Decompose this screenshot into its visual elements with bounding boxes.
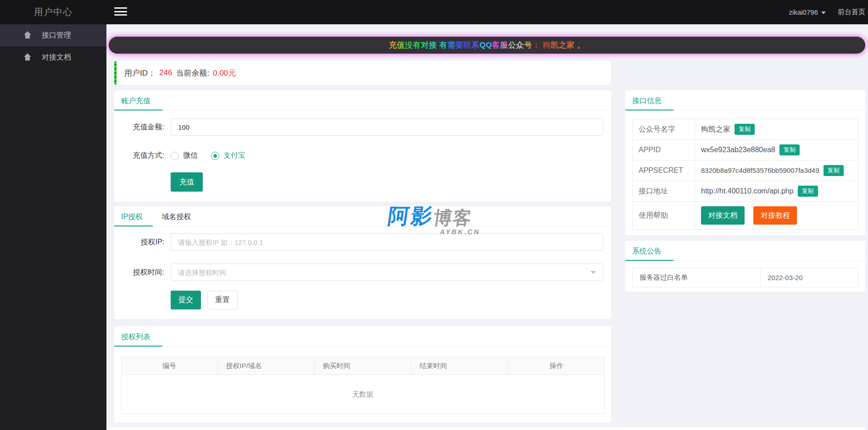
banner-char: 。 bbox=[577, 41, 585, 50]
banner-char: 接 bbox=[429, 41, 437, 50]
column-header: 授权IP/域名 bbox=[217, 357, 314, 375]
topbar-right: zikai0796 前台首页 bbox=[789, 0, 865, 24]
banner-char: 之 bbox=[559, 41, 567, 50]
auth-list-card: 授权列表 编号 授权IP/域名 购买时间 结束时间 操作 无数据 bbox=[114, 326, 611, 423]
banner-char: 要 bbox=[456, 41, 464, 50]
method-label: 充值方式: bbox=[121, 151, 164, 160]
banner-char: 系 bbox=[472, 41, 480, 50]
column-header: 操作 bbox=[508, 357, 604, 375]
banner-char: 凯 bbox=[551, 41, 559, 50]
column-header: 购买时间 bbox=[314, 357, 411, 375]
banner-char: 对 bbox=[421, 41, 429, 50]
table-row: APPSECRET 8320b8a97c4d8f53576bb59007fa3d… bbox=[633, 160, 858, 181]
top-bar: 用户中心 zikai0796 前台首页 bbox=[0, 0, 868, 24]
announcements-card: 系统公告 服务器过白名单 2022-03-20 bbox=[625, 241, 865, 292]
balance-value: 0.00元 bbox=[213, 68, 236, 78]
row-label: APPSECRET bbox=[633, 160, 695, 181]
table-row: 接口地址 http://ht.400110.com/api.php复制 bbox=[633, 181, 858, 202]
column-header: 结束时间 bbox=[411, 357, 508, 375]
auth-ip-label: 授权IP: bbox=[121, 237, 164, 247]
radio-alipay[interactable]: 支付宝 bbox=[211, 151, 245, 160]
copy-button[interactable]: 复制 bbox=[734, 124, 755, 135]
banner-char: 家 bbox=[567, 41, 575, 50]
submit-button[interactable]: 提交 bbox=[171, 291, 201, 309]
account-name-value: 狗凯之家 bbox=[701, 125, 730, 133]
tab-ip-auth[interactable]: IP授权 bbox=[114, 206, 153, 226]
appid-value: wx5e923ab23e880ea8 bbox=[701, 146, 775, 154]
payment-method-group: 微信 支付宝 bbox=[171, 151, 245, 160]
api-info-title: 接口信息 bbox=[625, 90, 673, 110]
authorization-card: IP授权 域名授权 授权IP: 授权时间: 提交 重置 bbox=[114, 206, 611, 319]
banner-char: Q bbox=[486, 41, 492, 50]
user-center-page: 用户中心 zikai0796 前台首页 接口管理 对接文档 充值没有对接 有需要… bbox=[0, 0, 868, 430]
banner-char: 服 bbox=[500, 41, 508, 50]
banner-char: 充 bbox=[389, 41, 397, 50]
empty-text: 无数据 bbox=[121, 375, 604, 414]
sidebar-item-api-management[interactable]: 接口管理 bbox=[0, 24, 106, 46]
banner-char: 值 bbox=[397, 41, 405, 50]
banner-char: 客 bbox=[492, 41, 501, 50]
announcements-table: 服务器过白名单 2022-03-20 bbox=[632, 268, 858, 287]
auth-list-title: 授权列表 bbox=[114, 326, 162, 347]
copy-button[interactable]: 复制 bbox=[798, 186, 818, 197]
row-label: APPID bbox=[633, 140, 695, 160]
recharge-title: 账户充值 bbox=[114, 90, 162, 110]
home-icon bbox=[22, 53, 33, 61]
banner-char: 联 bbox=[463, 41, 472, 50]
announcements-title: 系统公告 bbox=[625, 241, 673, 261]
radio-icon bbox=[171, 152, 179, 160]
amount-label: 充值金额: bbox=[121, 122, 164, 132]
auth-time-label: 授权时间: bbox=[121, 268, 164, 277]
auth-time-select[interactable] bbox=[171, 264, 603, 281]
notice-banner-text: 充值没有对接 有需要联系QQ客服公众号： 狗凯之家 。 bbox=[389, 40, 585, 50]
sidebar-item-docs[interactable]: 对接文档 bbox=[0, 46, 106, 68]
front-home-link[interactable]: 前台首页 bbox=[838, 8, 865, 17]
copy-button[interactable]: 复制 bbox=[779, 144, 800, 155]
announcement-row[interactable]: 服务器过白名单 2022-03-20 bbox=[633, 268, 858, 287]
copy-button[interactable]: 复制 bbox=[823, 165, 844, 176]
row-label: 公众号名字 bbox=[633, 119, 695, 140]
api-info-card: 接口信息 公众号名字 狗凯之家复制 APPID wx5e923ab23e880e… bbox=[625, 90, 865, 235]
table-row: 公众号名字 狗凯之家复制 bbox=[633, 119, 858, 140]
banner-char: 需 bbox=[447, 41, 456, 50]
announcements-header: 系统公告 bbox=[625, 241, 865, 261]
amount-input[interactable] bbox=[171, 118, 603, 136]
authorization-tabs: IP授权 域名授权 bbox=[114, 206, 611, 226]
user-dropdown[interactable]: zikai0796 bbox=[789, 8, 826, 16]
row-label: 接口地址 bbox=[633, 181, 695, 202]
announcement-title: 服务器过白名单 bbox=[633, 268, 761, 287]
table-header-row: 编号 授权IP/域名 购买时间 结束时间 操作 bbox=[121, 357, 604, 375]
reset-button[interactable]: 重置 bbox=[207, 291, 238, 309]
column-header: 编号 bbox=[121, 357, 217, 375]
appsecret-value: 8320b8a97c4d8f53576bb59007fa3d49 bbox=[701, 166, 819, 174]
recharge-button[interactable]: 充值 bbox=[171, 172, 203, 192]
recharge-card-header: 账户充值 bbox=[114, 90, 611, 110]
banner-char: 有 bbox=[413, 41, 421, 50]
auth-list-header: 授权列表 bbox=[114, 326, 611, 347]
tutorial-button[interactable]: 对接教程 bbox=[753, 206, 797, 225]
sidebar: 接口管理 对接文档 bbox=[0, 24, 106, 430]
banner-char: 没 bbox=[405, 41, 413, 50]
api-info-table: 公众号名字 狗凯之家复制 APPID wx5e923ab23e880ea8复制 … bbox=[632, 119, 858, 230]
hamburger-menu-icon[interactable] bbox=[114, 7, 127, 17]
tab-domain-auth[interactable]: 域名授权 bbox=[155, 206, 201, 226]
banner-char: ： bbox=[532, 41, 540, 50]
chevron-down-icon bbox=[590, 271, 596, 274]
banner-char: 公 bbox=[508, 41, 517, 50]
username: zikai0796 bbox=[789, 8, 818, 16]
user-id-label: 用户ID： bbox=[124, 68, 156, 78]
radio-wechat[interactable]: 微信 bbox=[171, 151, 198, 160]
api-url-value: http://ht.400110.com/api.php bbox=[701, 187, 794, 195]
banner-char: 众 bbox=[516, 41, 524, 50]
auth-list-table: 编号 授权IP/域名 购买时间 结束时间 操作 无数据 bbox=[121, 357, 605, 414]
docs-button[interactable]: 对接文档 bbox=[701, 206, 745, 225]
banner-char: Q bbox=[479, 41, 486, 50]
radio-icon bbox=[211, 152, 219, 160]
notice-banner: 充值没有对接 有需要联系QQ客服公众号： 狗凯之家 。 bbox=[109, 37, 865, 54]
auth-time-select-input[interactable] bbox=[171, 264, 603, 281]
bottom-card-edge bbox=[109, 427, 865, 430]
banner-char: 狗 bbox=[543, 41, 551, 50]
auth-ip-input[interactable] bbox=[171, 233, 603, 251]
home-icon bbox=[22, 31, 33, 39]
table-row: APPID wx5e923ab23e880ea8复制 bbox=[633, 140, 858, 160]
